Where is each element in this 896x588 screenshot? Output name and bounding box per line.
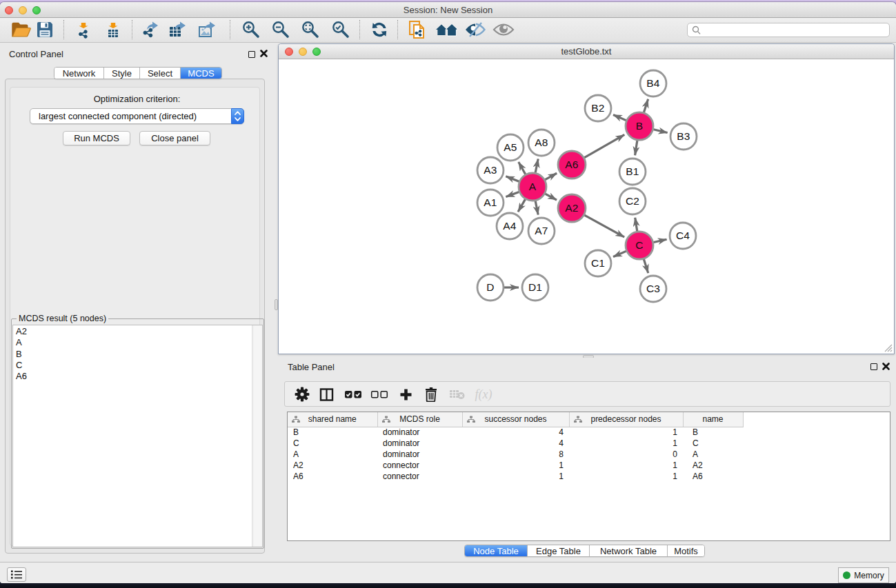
tab-network-table[interactable]: Network Table — [590, 545, 668, 556]
graph-node-B4[interactable]: B4 — [640, 70, 666, 97]
close-panel-button[interactable]: Close panel — [139, 131, 210, 145]
edge-B-B1[interactable] — [635, 141, 637, 156]
edge-A-A1[interactable] — [506, 192, 519, 196]
home-views-button[interactable] — [435, 19, 459, 41]
graph-node-A7[interactable]: A7 — [528, 218, 555, 244]
tab-style[interactable]: Style — [104, 68, 140, 79]
edge-A-A2[interactable] — [545, 194, 557, 200]
window-resize-grip[interactable] — [883, 343, 893, 352]
tab-mcds[interactable]: MCDS — [181, 68, 221, 79]
table-row[interactable]: A2connector11A2 — [288, 460, 889, 471]
edge-A-A7[interactable] — [535, 201, 538, 215]
task-history-button[interactable] — [7, 567, 26, 582]
network-canvas[interactable]: AA6A2BCA1A3A5A8A4A7B1B2B3B4C1C2C3C4DD1 — [279, 59, 894, 354]
export-network-button[interactable] — [139, 19, 163, 41]
graph-node-C4[interactable]: C4 — [670, 223, 696, 249]
zoom-out-button[interactable] — [269, 19, 292, 41]
export-image-button[interactable] — [196, 19, 219, 41]
clone-network-button[interactable] — [406, 19, 429, 41]
result-list-scrollbar[interactable] — [252, 325, 262, 547]
graph-node-B[interactable]: B — [626, 112, 653, 140]
deselect-all-checkboxes-button[interactable] — [368, 383, 390, 405]
graph-node-A8[interactable]: A8 — [528, 130, 555, 156]
refresh-button[interactable] — [368, 19, 391, 41]
close-panel-icon[interactable] — [259, 49, 268, 58]
column-header-MCDS-role[interactable]: MCDS role — [377, 412, 462, 427]
criterion-dropdown[interactable]: largest connected component (directed) — [30, 108, 244, 124]
mcds-result-item[interactable]: A2 — [16, 326, 27, 337]
mcds-result-list[interactable]: A2ABCA6 — [12, 325, 263, 547]
graph-node-A1[interactable]: A1 — [477, 190, 504, 216]
zoom-selected-button[interactable] — [329, 19, 352, 41]
edge-B-B2[interactable] — [613, 115, 626, 121]
table-row[interactable]: A6connector11A6 — [288, 471, 889, 482]
search-input[interactable] — [704, 24, 885, 36]
import-network-button[interactable] — [72, 19, 95, 41]
graph-node-D1[interactable]: D1 — [522, 274, 548, 301]
network-window-titlebar[interactable]: testGlobe.txt — [279, 44, 894, 59]
graph-node-B2[interactable]: B2 — [585, 95, 611, 121]
split-view-button[interactable] — [315, 383, 337, 405]
table-row[interactable]: Bdominator41B — [288, 427, 889, 438]
zoom-fit-button[interactable] — [299, 19, 322, 41]
delete-column-button[interactable] — [420, 383, 442, 405]
add-column-button[interactable] — [395, 383, 417, 405]
graph-node-A3[interactable]: A3 — [477, 157, 504, 183]
tab-motifs[interactable]: Motifs — [668, 545, 704, 556]
graph-node-C3[interactable]: C3 — [640, 276, 666, 302]
graph-node-C2[interactable]: C2 — [619, 188, 646, 214]
edge-C-C3[interactable] — [644, 259, 648, 273]
edge-A-A8[interactable] — [535, 159, 538, 173]
graph-node-D[interactable]: D — [477, 274, 504, 301]
edge-A-A5[interactable] — [519, 162, 526, 174]
save-session-button[interactable] — [33, 19, 57, 41]
graph-node-A[interactable]: A — [519, 173, 546, 201]
tab-edge-table[interactable]: Edge Table — [528, 545, 590, 556]
gear-button[interactable] — [291, 383, 313, 405]
edge-A2-C[interactable] — [584, 215, 624, 237]
edge-B-B4[interactable] — [644, 99, 648, 112]
edge-B-B3[interactable] — [653, 130, 667, 133]
export-table-button[interactable] — [166, 19, 190, 41]
column-header-shared-name[interactable]: shared name — [288, 412, 377, 427]
open-file-button[interactable] — [10, 19, 33, 41]
graph-node-B3[interactable]: B3 — [670, 123, 697, 150]
column-header-successor-nodes[interactable]: successor nodes — [462, 412, 569, 427]
graph-node-B1[interactable]: B1 — [619, 159, 646, 185]
mcds-result-item[interactable]: A — [16, 337, 27, 348]
show-eye-button[interactable] — [492, 19, 515, 41]
mcds-result-item[interactable]: B — [16, 349, 27, 360]
mcds-result-item[interactable]: A6 — [16, 371, 27, 382]
select-all-checkboxes-button[interactable] — [342, 383, 364, 405]
tab-select[interactable]: Select — [140, 68, 181, 79]
hide-panels-eye-button[interactable] — [464, 19, 487, 41]
import-table-button[interactable] — [101, 19, 125, 41]
memory-button[interactable]: Memory — [838, 567, 889, 583]
run-mcds-button[interactable]: Run MCDS — [63, 131, 130, 145]
zoom-in-button[interactable] — [239, 19, 263, 41]
graph-node-A2[interactable]: A2 — [558, 194, 586, 222]
tab-network[interactable]: Network — [54, 68, 104, 79]
vertical-divider-handle[interactable] — [275, 299, 278, 310]
mcds-result-item[interactable]: C — [16, 360, 27, 371]
edge-C-C1[interactable] — [613, 251, 626, 256]
tab-node-table[interactable]: Node Table — [465, 545, 528, 556]
table-row[interactable]: Adominator80A — [288, 449, 889, 460]
graph-node-A4[interactable]: A4 — [497, 213, 523, 239]
float-panel-icon[interactable] — [248, 51, 255, 58]
edge-C-C2[interactable] — [635, 218, 637, 232]
table-row[interactable]: Cdominator41C — [288, 438, 889, 449]
edge-A-A4[interactable] — [518, 199, 525, 212]
search-box[interactable] — [687, 23, 890, 37]
edge-A-A3[interactable] — [506, 176, 519, 182]
edge-A-A6[interactable] — [545, 173, 557, 179]
close-table-panel-icon[interactable] — [882, 362, 890, 371]
column-header-name[interactable]: name — [683, 412, 743, 427]
graph-node-A6[interactable]: A6 — [558, 151, 586, 179]
column-header-predecessor-nodes[interactable]: predecessor nodes — [569, 412, 683, 427]
edge-C-C4[interactable] — [653, 239, 666, 242]
graph-node-C1[interactable]: C1 — [585, 250, 611, 276]
edge-A6-B[interactable] — [584, 134, 624, 157]
graph-node-A5[interactable]: A5 — [497, 134, 524, 161]
float-table-panel-icon[interactable] — [870, 363, 877, 370]
